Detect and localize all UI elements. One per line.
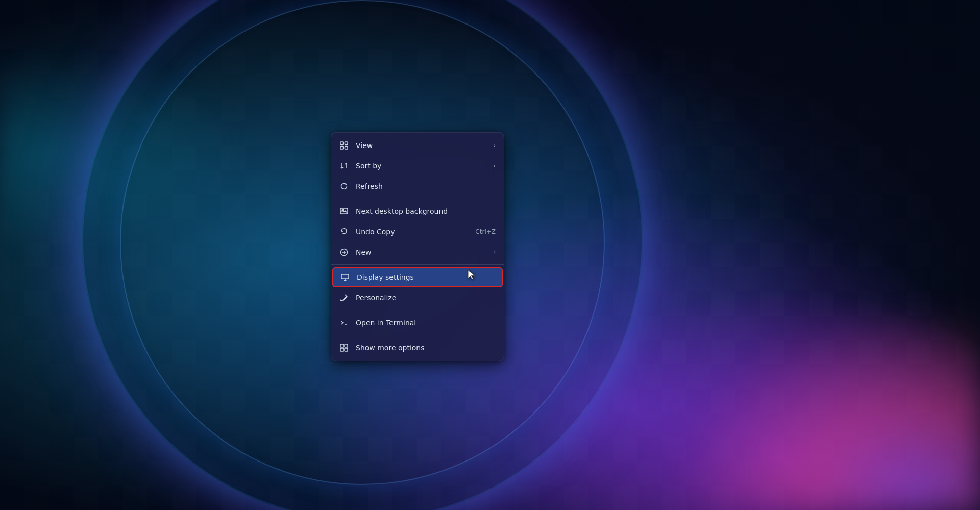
svg-rect-11 <box>345 348 348 351</box>
new-label: New <box>356 248 482 256</box>
context-menu-item-terminal[interactable]: Open in Terminal <box>331 312 504 333</box>
next-background-label: Next desktop background <box>356 207 496 215</box>
svg-rect-2 <box>340 147 344 150</box>
image-icon <box>339 207 349 216</box>
separator-2 <box>331 264 504 265</box>
context-menu-item-refresh[interactable]: Refresh <box>331 176 504 197</box>
plus-circle-icon <box>339 248 349 257</box>
refresh-label: Refresh <box>356 182 496 190</box>
sort-by-arrow: › <box>493 162 496 169</box>
svg-rect-3 <box>345 147 348 150</box>
context-menu-item-new[interactable]: New › <box>331 242 504 262</box>
undo-copy-shortcut: Ctrl+Z <box>475 228 496 235</box>
context-menu-item-display-settings[interactable]: Display settings <box>332 267 503 287</box>
terminal-icon <box>339 318 349 327</box>
separator-4 <box>331 335 504 335</box>
context-menu-item-personalize[interactable]: Personalize <box>331 287 504 308</box>
svg-rect-7 <box>341 274 349 279</box>
purple-glow <box>674 306 980 510</box>
context-menu: View › Sort by › Refresh <box>331 132 504 361</box>
brush-icon <box>339 293 349 302</box>
terminal-label: Open in Terminal <box>356 319 496 327</box>
view-arrow: › <box>493 142 496 149</box>
personalize-label: Personalize <box>356 294 496 302</box>
undo-copy-label: Undo Copy <box>356 228 468 236</box>
svg-rect-9 <box>345 344 348 347</box>
more-options-icon <box>339 343 349 352</box>
sort-by-label: Sort by <box>356 162 482 170</box>
refresh-icon <box>339 182 349 191</box>
svg-rect-10 <box>340 348 344 351</box>
view-label: View <box>356 141 482 150</box>
separator-1 <box>331 199 504 199</box>
display-settings-label: Display settings <box>357 273 495 281</box>
separator-3 <box>331 310 504 310</box>
show-more-label: Show more options <box>356 344 496 352</box>
undo-icon <box>339 227 349 236</box>
context-menu-item-view[interactable]: View › <box>331 135 504 156</box>
display-icon <box>340 273 350 282</box>
context-menu-item-sort-by[interactable]: Sort by › <box>331 156 504 176</box>
sort-icon <box>339 161 349 171</box>
svg-rect-8 <box>340 344 344 347</box>
svg-rect-0 <box>340 142 344 145</box>
svg-rect-1 <box>345 142 348 145</box>
context-menu-item-show-more[interactable]: Show more options <box>331 337 504 358</box>
context-menu-item-undo-copy[interactable]: Undo Copy Ctrl+Z <box>331 222 504 242</box>
context-menu-item-next-background[interactable]: Next desktop background <box>331 201 504 222</box>
grid-icon <box>339 141 349 150</box>
new-arrow: › <box>493 249 496 256</box>
